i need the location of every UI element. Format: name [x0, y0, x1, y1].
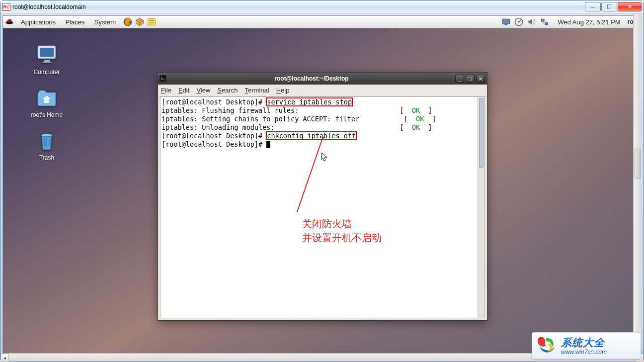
terminal-icon	[158, 75, 168, 82]
menu-places[interactable]: Places	[61, 18, 88, 26]
computer-icon	[35, 43, 59, 67]
terminal-minimize-button[interactable]: _	[455, 75, 464, 83]
terminal-window: root@localhost:~/Desktop _ □ × File Edit…	[158, 72, 487, 321]
scroll-left-button[interactable]: ◂	[0, 354, 9, 362]
win7-title: root@localhost.localdomain	[12, 3, 86, 10]
terminal-close-button[interactable]: ×	[476, 75, 485, 83]
gnome-clock[interactable]: Wed Aug 27, 5:21 PM	[558, 18, 620, 26]
host-vertical-scrollbar[interactable]	[633, 13, 642, 351]
maximize-button[interactable]: ☐	[601, 2, 617, 11]
desktop-icon-label: Trash	[23, 154, 71, 161]
gnome-menu-bar: Applications Places System	[17, 18, 120, 26]
minimize-button[interactable]: ─	[585, 2, 601, 11]
desktop-icon-computer[interactable]: Computer	[23, 43, 71, 76]
svg-rect-3	[502, 19, 510, 24]
svg-rect-10	[40, 48, 54, 57]
watermark-logo-icon	[536, 336, 558, 356]
scrollbar-thumb[interactable]	[635, 149, 641, 179]
terminal-menu-search[interactable]: Search	[217, 87, 238, 94]
highlight-cmd-1: service iptables stop	[266, 98, 352, 106]
svg-point-6	[518, 21, 520, 23]
terminal-maximize-button[interactable]: □	[466, 75, 475, 83]
gnome-desktop[interactable]: Applications Places System Wed Aug 27, 5…	[3, 16, 641, 359]
terminal-menu-terminal[interactable]: Terminal	[245, 87, 269, 94]
watermark-brand: 系统大全	[561, 336, 607, 350]
package-icon[interactable]	[135, 17, 145, 27]
win7-titlebar[interactable]: RC root@localhost.localdomain ─ ☐ ✕	[0, 0, 644, 13]
cpu-tray-icon[interactable]	[514, 17, 524, 27]
folder-home-icon	[35, 86, 59, 109]
menu-applications[interactable]: Applications	[17, 18, 60, 26]
terminal-scrollbar[interactable]	[478, 97, 484, 318]
notes-icon[interactable]	[147, 17, 157, 27]
desktop-icon-home[interactable]: root's Home	[23, 86, 71, 118]
display-tray-icon[interactable]	[501, 17, 511, 27]
annotation-arrow	[292, 137, 327, 217]
firefox-icon[interactable]	[123, 17, 133, 27]
volume-tray-icon[interactable]	[527, 17, 537, 27]
svg-line-16	[297, 140, 322, 212]
svg-rect-8	[545, 22, 548, 25]
annotation-text: 关闭防火墙 并设置开机不启动	[302, 217, 382, 245]
terminal-menu-edit[interactable]: Edit	[178, 87, 189, 94]
gnome-panel: Applications Places System Wed Aug 27, 5…	[3, 16, 641, 28]
trash-icon	[35, 128, 59, 152]
network-tray-icon[interactable]	[540, 17, 550, 27]
menu-system[interactable]: System	[90, 18, 120, 26]
svg-rect-12	[42, 62, 52, 63]
watermark-url: www.win7cn.com	[561, 349, 607, 356]
close-button[interactable]: ✕	[618, 2, 642, 11]
app-icon: RC	[2, 3, 10, 11]
watermark-badge: 系统大全 www.win7cn.com	[532, 332, 641, 359]
terminal-menu-help[interactable]: Help	[276, 87, 290, 94]
terminal-titlebar[interactable]: root@localhost:~/Desktop _ □ ×	[158, 73, 487, 85]
terminal-menu-view[interactable]: View	[196, 87, 210, 94]
redhat-icon	[5, 17, 14, 26]
terminal-cursor	[266, 141, 270, 148]
terminal-title: root@localhost:~/Desktop	[168, 75, 455, 82]
desktop-icon-label: Computer	[23, 69, 71, 76]
desktop-icon-trash[interactable]: Trash	[23, 128, 71, 161]
svg-rect-11	[44, 60, 50, 62]
svg-rect-4	[505, 24, 507, 25]
desktop-icon-label: root's Home	[23, 111, 71, 118]
vm-viewport: Applications Places System Wed Aug 27, 5…	[2, 15, 642, 360]
terminal-scrollbar-thumb[interactable]	[479, 98, 483, 168]
win7-window: RC root@localhost.localdomain ─ ☐ ✕ Appl…	[0, 0, 644, 362]
svg-rect-7	[542, 19, 545, 21]
svg-rect-2	[148, 18, 156, 25]
terminal-menu-file[interactable]: File	[161, 87, 171, 94]
svg-point-13	[41, 134, 52, 137]
terminal-menubar: File Edit View Search Terminal Help	[158, 85, 487, 96]
svg-rect-15	[161, 76, 166, 82]
mouse-pointer-icon	[321, 152, 328, 162]
